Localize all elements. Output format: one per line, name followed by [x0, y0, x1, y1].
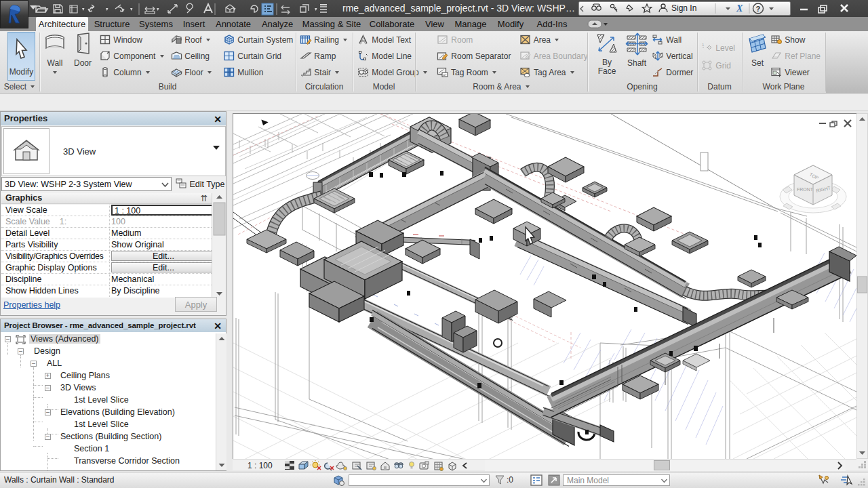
- svg-text:Sign In: Sign In: [671, 3, 696, 13]
- svg-text:1: 1: [702, 43, 705, 47]
- svg-text:?: ?: [756, 5, 761, 13]
- svg-text:FRONT: FRONT: [797, 187, 814, 192]
- svg-text:X: X: [736, 3, 743, 14]
